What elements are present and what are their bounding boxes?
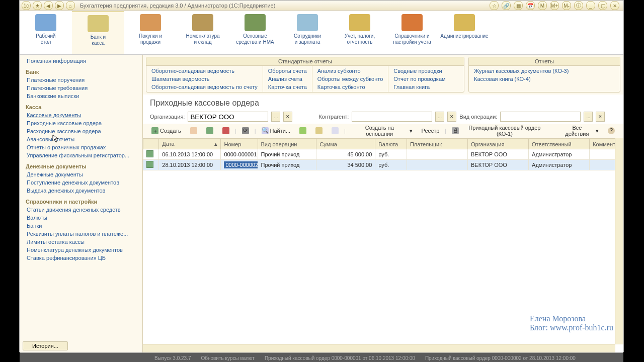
org-clear-icon[interactable]: ✕	[283, 112, 292, 122]
refresh-button[interactable]: ⟳	[238, 126, 253, 136]
print-button[interactable]: 🖨Приходный кассовый ордер (КО-1)	[448, 126, 552, 136]
grid-column-header[interactable]: Сумма	[316, 139, 375, 149]
sidebar-item[interactable]: Ставка рефинансирования ЦБ	[20, 254, 142, 262]
report-link[interactable]: Отчет по проводкам	[393, 75, 445, 83]
nav-desktop[interactable]: Рабочийстол	[20, 11, 72, 54]
nav-accounting[interactable]: Учет, налоги,отчетность	[334, 11, 386, 54]
nav-references[interactable]: Справочники инастройки учета	[386, 11, 438, 54]
report-link[interactable]: Шахматная ведомость	[151, 75, 258, 83]
sidebar-item[interactable]: Авансовые отчеты	[20, 135, 142, 143]
grid-column-header[interactable]: Вид операции	[258, 139, 316, 149]
sidebar-item[interactable]: Номенклатура денежных документов	[20, 246, 142, 254]
nav-buy-sell[interactable]: Покупки ипродажи	[124, 11, 177, 54]
home-icon[interactable]: ⌂	[66, 1, 75, 10]
table-row[interactable]: 06.10.2013 12:00:000000-000001Прочий при…	[143, 149, 623, 160]
m-minus-icon[interactable]: M-	[562, 1, 571, 10]
sidebar-item[interactable]: Выдача денежных документов	[20, 187, 142, 195]
star-icon[interactable]: ★	[33, 1, 42, 10]
report-link[interactable]: Оборотно-сальдовая ведомость	[151, 67, 258, 75]
show-button[interactable]	[328, 126, 342, 136]
create-based-button[interactable]: Создать на основании ▾	[348, 126, 416, 136]
report-link[interactable]: Анализ счета	[268, 75, 307, 83]
sidebar-item[interactable]: Поступление денежных документов	[20, 178, 142, 187]
nav-bank-cash[interactable]: Банк икасса	[72, 11, 124, 54]
status-rates[interactable]: Обновить курсы валют	[201, 355, 254, 361]
sidebar-item[interactable]: Платежные требования	[20, 84, 142, 92]
app-menu-icon[interactable]: 1c	[22, 1, 31, 10]
org-input[interactable]	[188, 112, 268, 122]
nav-hr[interactable]: Сотрудникии зарплата	[281, 11, 334, 54]
report-link[interactable]: Главная книга	[393, 83, 445, 91]
sidebar-item[interactable]: Банковские выписки	[20, 92, 142, 100]
grid-column-header[interactable]: Организация	[468, 139, 529, 149]
data-grid[interactable]: Дата ▴НомерВид операцииСуммаВалютаПлател…	[143, 138, 623, 352]
grid-column-header[interactable]: Дата ▴	[159, 139, 221, 149]
report-link[interactable]: Оборотно-сальдовая ведомость по счету	[151, 83, 258, 91]
nav-nomenclature[interactable]: Номенклатураи склад	[177, 11, 229, 54]
minimize-icon[interactable]: _	[586, 1, 595, 10]
link-icon[interactable]: 🔗	[502, 1, 511, 10]
report-link[interactable]: Обороты счета	[268, 67, 307, 75]
report-link[interactable]: Обороты между субконто	[317, 75, 383, 83]
sidebar-item[interactable]: Лимиты остатка кассы	[20, 238, 142, 246]
sidebar-item[interactable]: Отчеты о розничных продажах	[20, 143, 142, 151]
create-button[interactable]: ＋Создать	[148, 126, 185, 136]
sidebar-item[interactable]: Приходные кассовые ордера	[20, 119, 142, 127]
maximize-icon[interactable]: ▢	[598, 1, 607, 10]
m-plus-icon[interactable]: M+	[550, 1, 559, 10]
find-button[interactable]: 🔍Найти...	[258, 126, 294, 136]
scrollbar-vertical[interactable]	[615, 138, 623, 344]
sidebar-item[interactable]: Кассовые документы	[20, 111, 142, 119]
calc-icon[interactable]: ▦	[514, 1, 523, 10]
grid-column-header[interactable]	[143, 139, 159, 149]
calendar-icon[interactable]: 📅	[526, 1, 535, 10]
scrollbar-horizontal[interactable]	[143, 344, 615, 352]
sidebar-item[interactable]: Валюты	[20, 214, 142, 222]
nav-assets[interactable]: Основныесредства и НМА	[229, 11, 281, 54]
report-link[interactable]: Карточка субконто	[317, 83, 383, 91]
registry-button[interactable]: Реестр	[418, 126, 443, 136]
sidebar-item[interactable]: Реквизиты уплаты налогов и платеже...	[20, 230, 142, 238]
nav-back-icon[interactable]: ◀	[44, 1, 53, 10]
report-link[interactable]: Журнал кассовых документов (КО-3)	[474, 67, 569, 75]
grid-column-header[interactable]: Ответственный	[529, 139, 590, 149]
oper-clear-icon[interactable]: ✕	[596, 112, 605, 122]
help-button[interactable]: ?	[604, 126, 618, 136]
org-select-icon[interactable]: ...	[271, 112, 280, 122]
status-doc1[interactable]: Приходный кассовый ордер 0000-000001 от …	[265, 355, 415, 361]
help-icon[interactable]: ⓘ	[574, 1, 583, 10]
cancel-filter-button[interactable]	[312, 126, 326, 136]
favorites-icon[interactable]: ☆	[490, 1, 499, 10]
nav-admin[interactable]: Администрирование	[438, 11, 491, 54]
sidebar-item[interactable]: Банки	[20, 222, 142, 230]
grid-column-header[interactable]: Плательщик	[407, 139, 467, 149]
report-link[interactable]: Кассовая книга (КО-4)	[474, 75, 569, 83]
sidebar-item[interactable]: Статьи движения денежных средств	[20, 206, 142, 214]
report-link[interactable]: Карточка счета	[268, 83, 307, 91]
sidebar-item[interactable]: Денежные документы	[20, 170, 142, 178]
sidebar-item[interactable]: Расходные кассовые ордера	[20, 127, 142, 135]
delete-button[interactable]	[219, 126, 233, 136]
sidebar-item[interactable]: Управление фискальным регистратор...	[20, 151, 142, 159]
contr-input[interactable]	[352, 112, 432, 122]
copy-button[interactable]	[187, 126, 201, 136]
contr-clear-icon[interactable]: ✕	[447, 112, 456, 122]
grid-column-header[interactable]: Валюта	[375, 139, 407, 149]
close-icon[interactable]: ✕	[610, 1, 619, 10]
table-row[interactable]: 28.10.2013 12:00:000000-000002Прочий при…	[143, 160, 623, 170]
sidebar-useful-info[interactable]: Полезная информация	[20, 57, 142, 65]
grid-column-header[interactable]: Номер	[221, 139, 258, 149]
report-link[interactable]: Сводные проводки	[393, 67, 445, 75]
oper-input[interactable]	[500, 112, 581, 122]
m-icon[interactable]: M	[538, 1, 547, 10]
edit-button[interactable]	[203, 126, 217, 136]
nav-fwd-icon[interactable]: ▶	[55, 1, 64, 10]
filter-button[interactable]	[296, 126, 310, 136]
contr-select-icon[interactable]: ...	[435, 112, 444, 122]
sidebar-item[interactable]: Платежные поручения	[20, 76, 142, 84]
history-button[interactable]: История...	[23, 341, 68, 350]
all-actions-button[interactable]: Все действия ▾	[556, 126, 602, 136]
status-doc2[interactable]: Приходный кассовый ордер 0000-000002 от …	[425, 355, 576, 361]
report-link[interactable]: Анализ субконто	[317, 67, 383, 75]
oper-select-icon[interactable]: ...	[584, 112, 593, 122]
